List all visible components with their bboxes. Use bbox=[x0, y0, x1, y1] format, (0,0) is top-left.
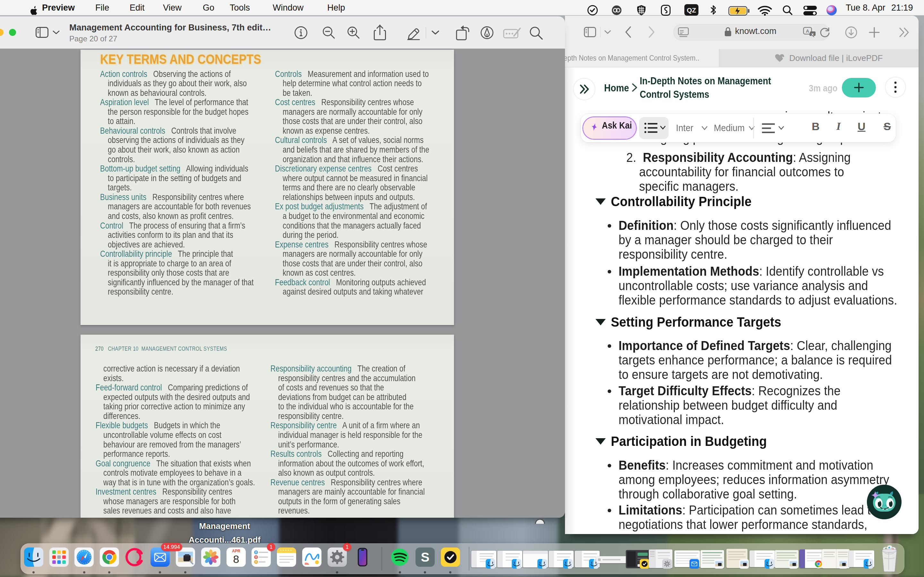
svg-text:QZ: QZ bbox=[687, 6, 696, 14]
svg-text:8: 8 bbox=[233, 553, 239, 565]
svg-text:S: S bbox=[421, 550, 430, 564]
svg-text:x: x bbox=[811, 32, 814, 37]
svg-text:APR: APR bbox=[232, 549, 240, 553]
svg-text:A: A bbox=[806, 28, 809, 34]
